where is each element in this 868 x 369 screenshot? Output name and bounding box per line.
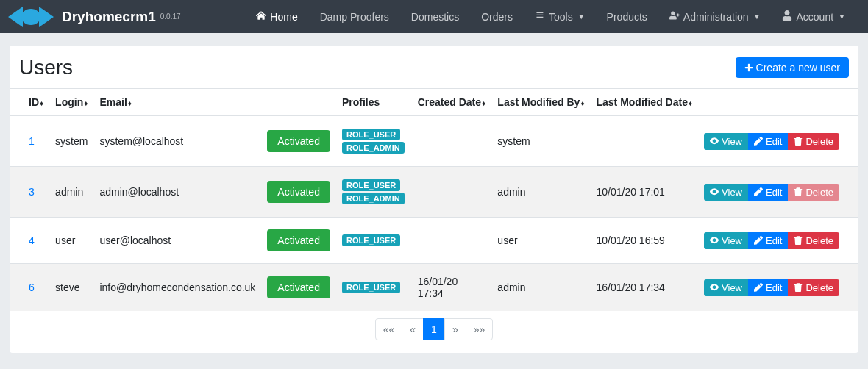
trash-icon (794, 187, 803, 198)
footer: Dryhome Condensation Ltd (0, 365, 868, 369)
view-button[interactable]: View (704, 133, 748, 150)
eye-icon (710, 136, 719, 147)
eye-icon (710, 235, 719, 246)
cell-last-modified-by: system (491, 116, 590, 167)
table-row: 6steveinfo@dryhomecondensation.co.ukActi… (10, 264, 858, 312)
user-plus-icon (669, 10, 680, 23)
col-profiles: Profiles (336, 89, 412, 116)
role-badge: ROLE_ADMIN (342, 193, 405, 204)
brand-logo[interactable] (0, 4, 62, 30)
col-created-date[interactable]: Created Date♦ (412, 89, 492, 116)
cell-created-date: 16/01/20 17:34 (412, 264, 492, 312)
caret-down-icon: ▼ (578, 13, 585, 21)
delete-button[interactable]: Delete (788, 184, 839, 201)
nav-orders-label: Orders (481, 11, 513, 23)
page-next[interactable]: » (444, 318, 466, 340)
nav-account[interactable]: Account▼ (771, 0, 856, 33)
nav-tools[interactable]: Tools▼ (524, 0, 596, 33)
brand-version: 0.0.17 (160, 12, 181, 21)
col-actions (698, 89, 858, 116)
view-button[interactable]: View (704, 279, 748, 296)
cell-created-date (412, 218, 492, 264)
list-icon (535, 10, 545, 23)
pencil-icon (754, 282, 763, 293)
nav-domestics-label: Domestics (411, 11, 459, 23)
col-login[interactable]: Login♦ (49, 89, 93, 116)
caret-down-icon: ▼ (754, 13, 761, 21)
col-email[interactable]: Email♦ (93, 89, 261, 116)
users-table: ID♦ Login♦ Email♦ Profiles Created Date♦… (10, 89, 858, 311)
nav-administration-label: Administration (683, 11, 749, 23)
home-icon (256, 10, 266, 23)
nav-damp-proofers-label: Damp Proofers (320, 11, 389, 23)
cell-last-modified-by: admin (491, 167, 590, 218)
delete-button[interactable]: Delete (788, 279, 839, 296)
cell-email: user@localhost (93, 218, 261, 264)
create-user-label: Create a new user (756, 62, 840, 74)
cell-login: user (49, 218, 93, 264)
delete-button[interactable]: Delete (788, 232, 839, 249)
cell-profiles: ROLE_USER (336, 218, 412, 264)
cell-last-modified-date: 10/01/20 16:59 (590, 218, 698, 264)
delete-button[interactable]: Delete (788, 133, 839, 150)
page-current[interactable]: 1 (423, 318, 445, 340)
nav-home-label: Home (270, 11, 297, 23)
nav-domestics[interactable]: Domestics (400, 0, 470, 33)
status-badge[interactable]: Activated (267, 130, 330, 152)
id-link[interactable]: 3 (29, 186, 35, 198)
pencil-icon (754, 235, 763, 246)
col-last-modified-by[interactable]: Last Modified By♦ (491, 89, 590, 116)
edit-button[interactable]: Edit (748, 133, 788, 150)
id-link[interactable]: 4 (29, 234, 35, 246)
status-badge[interactable]: Activated (267, 181, 330, 203)
col-id[interactable]: ID♦ (10, 89, 49, 116)
nav-tools-label: Tools (549, 11, 573, 23)
cell-profiles: ROLE_USERROLE_ADMIN (336, 167, 412, 218)
nav-products[interactable]: Products (596, 0, 658, 33)
cell-last-modified-date: 16/01/20 17:34 (590, 264, 698, 312)
cell-last-modified-date (590, 116, 698, 167)
trash-icon (794, 235, 803, 246)
id-link[interactable]: 1 (29, 135, 35, 147)
page-header: Users Create a new user (10, 46, 858, 89)
nav-administration[interactable]: Administration▼ (658, 0, 772, 33)
cell-login: system (49, 116, 93, 167)
create-user-button[interactable]: Create a new user (736, 57, 849, 78)
view-button[interactable]: View (704, 232, 748, 249)
cell-profiles: ROLE_USERROLE_ADMIN (336, 116, 412, 167)
sort-icon: ♦ (482, 99, 485, 107)
top-navbar: Dryhomecrm1 0.0.17 Home Damp Proofers Do… (0, 0, 868, 33)
nav-products-label: Products (607, 11, 647, 23)
status-badge[interactable]: Activated (267, 276, 330, 298)
view-button[interactable]: View (704, 184, 748, 201)
edit-button[interactable]: Edit (748, 279, 788, 296)
eye-icon (710, 282, 719, 293)
role-badge: ROLE_USER (342, 282, 400, 293)
nav-damp-proofers[interactable]: Damp Proofers (309, 0, 400, 33)
edit-button[interactable]: Edit (748, 184, 788, 201)
eye-icon (710, 187, 719, 198)
cell-login: steve (49, 264, 93, 312)
trash-icon (794, 136, 803, 147)
plus-icon (744, 63, 753, 72)
col-last-modified-date[interactable]: Last Modified Date♦ (590, 89, 698, 116)
cell-profiles: ROLE_USER (336, 264, 412, 312)
user-icon (782, 10, 792, 23)
nav-home[interactable]: Home (245, 0, 308, 33)
pencil-icon (754, 136, 763, 147)
page-last[interactable]: »» (466, 318, 494, 340)
edit-button[interactable]: Edit (748, 232, 788, 249)
cell-last-modified-date: 10/01/20 17:01 (590, 167, 698, 218)
cell-last-modified-by: user (491, 218, 590, 264)
page-prev[interactable]: « (402, 318, 424, 340)
status-badge[interactable]: Activated (267, 229, 330, 251)
cell-created-date (412, 116, 492, 167)
cell-email: info@dryhomecondensation.co.uk (93, 264, 261, 312)
nav-orders[interactable]: Orders (470, 0, 524, 33)
sort-icon: ♦ (128, 99, 132, 107)
page-first[interactable]: «« (375, 318, 403, 340)
cell-last-modified-by: admin (491, 264, 590, 312)
pagination: «« « 1 » »» (10, 311, 858, 353)
col-status (261, 89, 336, 116)
id-link[interactable]: 6 (29, 282, 35, 293)
